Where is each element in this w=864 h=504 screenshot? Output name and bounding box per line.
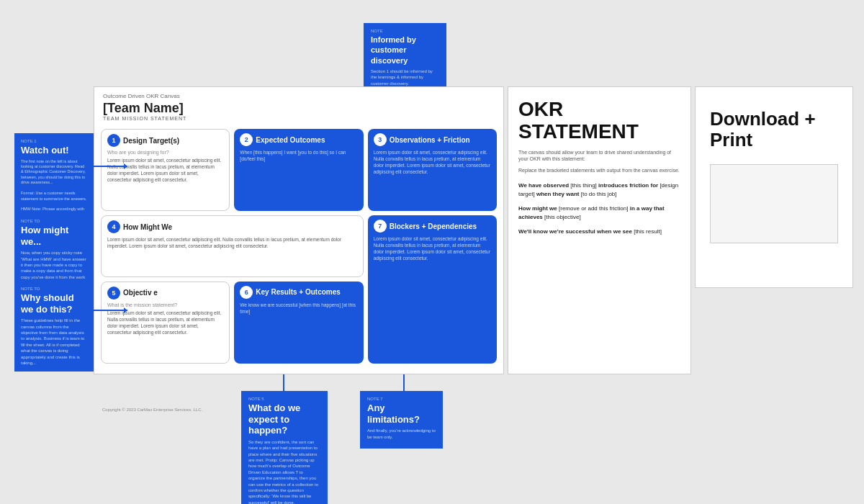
arrow-watch-to-s1 xyxy=(94,166,127,167)
sticky-watch-body: The first note on the left is about look… xyxy=(21,159,87,218)
top-card-label: NOTE xyxy=(371,29,439,33)
bottom-sticky-1: NOTE 5 What do we expect to happen? So t… xyxy=(241,391,328,504)
sticky-watch-heading: Watch out! xyxy=(21,145,87,156)
section-title-6: Key Results + Outcomes xyxy=(256,288,341,296)
download-blank-area xyxy=(710,164,838,243)
arrow-bottom1-up xyxy=(283,374,284,393)
sticky-why: NOTE TO Why should we do this? These gui… xyxy=(14,281,94,372)
section-subtitle-1: Who are you designing for? xyxy=(107,150,223,155)
sticky-why-body: These guidelines help fill in the canvas… xyxy=(21,318,87,366)
bottom-sticky-2-heading: Any limitations? xyxy=(367,402,436,425)
sticky-howmight-heading: How might we... xyxy=(21,225,87,247)
bottom-sticky-2-label: NOTE 7 xyxy=(367,397,436,401)
okr-statement-3: We'll know we're successful when we see … xyxy=(518,228,680,236)
okr-canvas: Outcome Driven OKR Canvas [Team Name] TE… xyxy=(94,86,504,374)
section-5: 5 Objectiv e What is the mission stateme… xyxy=(101,282,230,364)
top-card-heading: Informed by customer discovery xyxy=(371,35,439,66)
okr-statement-2: How might we [remove or add this frictio… xyxy=(518,204,680,222)
section-num-2: 2 xyxy=(240,133,253,146)
sticky-watch-label: NOTE 1 xyxy=(21,139,87,143)
team-name: [Team Name] xyxy=(103,101,495,116)
okr-panel-replace: Replace the bracketed statements with ou… xyxy=(518,167,680,174)
bottom-sticky-2: NOTE 7 Any limitations? And finally, you… xyxy=(360,391,443,449)
bottom-sticky-1-heading: What do we expect to happen? xyxy=(248,402,320,436)
section-title-4: How Might We xyxy=(123,223,172,231)
section-body-7: Lorem ipsum dolor sit amet, consectetur … xyxy=(374,235,491,261)
section-1: 1 Design Target(s) Who are you designing… xyxy=(101,129,230,211)
okr-statement-panel: OKR STATEMENT The canvas should allow yo… xyxy=(508,86,691,374)
section-num-4: 4 xyxy=(107,220,120,233)
section-3: 3 Observations + Friction Lorem ipsum do… xyxy=(368,129,497,211)
section-title-5: Objectiv e xyxy=(123,289,158,297)
top-info-card: NOTE Informed by customer discovery Sect… xyxy=(364,23,446,92)
section-body-4: Lorem ipsum dolor sit amet, consectetur … xyxy=(107,236,357,249)
canvas-label: Outcome Driven OKR Canvas xyxy=(103,93,495,99)
section-4: 4 How Might We Lorem ipsum dolor sit ame… xyxy=(101,215,364,277)
mission-label: TEAM MISSION STATEMENT xyxy=(103,116,495,121)
section-num-3: 3 xyxy=(374,133,387,146)
section-num-7: 7 xyxy=(374,220,387,233)
sticky-why-heading: Why should we do this? xyxy=(21,292,87,315)
arrow-why-to-s5 xyxy=(94,310,127,311)
okr-panel-title: OKR STATEMENT xyxy=(518,99,680,143)
section-subtitle-5: What is the mission statement? xyxy=(107,302,223,307)
bottom-sticky-1-body: So they are confident, the sort can have… xyxy=(248,439,320,504)
section-num-5: 5 xyxy=(107,287,120,300)
download-panel: Download + Print xyxy=(695,86,853,288)
section-body-6: We know we are successful [when this hap… xyxy=(240,302,357,315)
sticky-watch-out: NOTE 1 Watch out! The first note on the … xyxy=(14,133,94,223)
arrow-bottom2-up xyxy=(403,374,405,393)
section-body-3: Lorem ipsum dolor sit amet, consectetur … xyxy=(374,149,491,175)
section-num-6: 6 xyxy=(240,286,253,299)
section-7: 7 Blockers + Dependencies Lorem ipsum do… xyxy=(368,215,497,364)
section-body-2: When [this happens] I want [you to do th… xyxy=(240,149,357,162)
okr-panel-desc: The canvas should allow your team to dri… xyxy=(518,149,680,163)
section-body-5: Lorem ipsum dolor sit amet, consectetur … xyxy=(107,310,223,336)
okr-statement-1: We have observed [this thing] introduces… xyxy=(518,181,680,199)
download-title: Download + Print xyxy=(710,109,838,150)
copyright: Copyright © 2023 CarMax Enterprise Servi… xyxy=(102,408,202,412)
section-title-2: Expected Outcomes xyxy=(256,136,325,144)
okr-statement-body: We have observed [this thing] introduces… xyxy=(518,181,680,236)
section-title-1: Design Target(s) xyxy=(123,137,179,145)
bottom-sticky-2-body: And finally, you're acknowledging to be … xyxy=(367,428,436,440)
section-num-1: 1 xyxy=(107,134,120,147)
top-card-body: Section 1 should be informed by the lear… xyxy=(371,68,439,86)
sticky-howmight-label: NOTE TO xyxy=(21,219,87,223)
bottom-sticky-1-label: NOTE 5 xyxy=(248,397,320,401)
section-2: 2 Expected Outcomes When [this happens] … xyxy=(234,129,363,211)
section-title-7: Blockers + Dependencies xyxy=(390,222,477,230)
section-title-3: Observations + Friction xyxy=(390,136,470,144)
section-body-1: Lorem ipsum dolor sit amet, consectetur … xyxy=(107,157,223,183)
section-6: 6 Key Results + Outcomes We know we are … xyxy=(234,282,363,364)
sticky-why-label: NOTE TO xyxy=(21,287,87,291)
